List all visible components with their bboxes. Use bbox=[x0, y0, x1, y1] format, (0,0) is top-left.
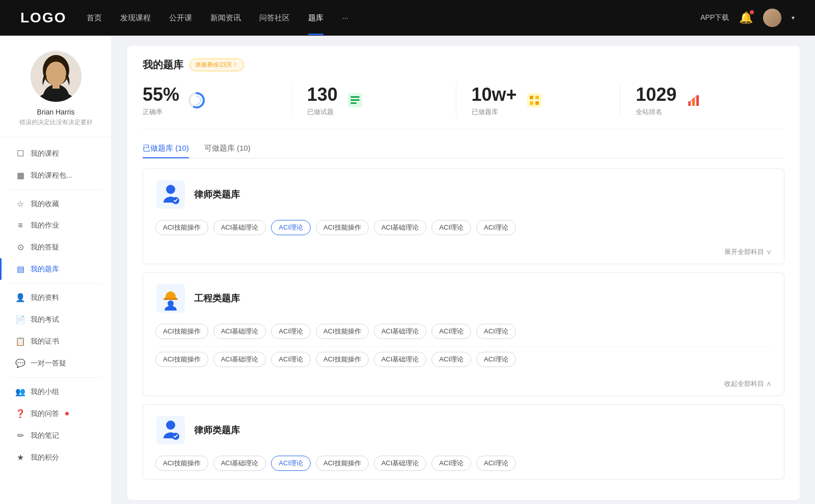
stat-accuracy-value: 55% bbox=[143, 84, 179, 105]
nav-link-news[interactable]: 新闻资讯 bbox=[210, 13, 241, 23]
app-download-button[interactable]: APP下载 bbox=[700, 13, 729, 22]
stats-row: 55% 正确率 130 已做试题 bbox=[143, 84, 784, 129]
svg-rect-9 bbox=[350, 99, 360, 101]
notification-dot bbox=[750, 10, 754, 14]
nav-link-questionbank[interactable]: 题库 bbox=[308, 13, 323, 23]
svg-rect-19 bbox=[156, 180, 185, 209]
tag-lawyer1-4[interactable]: ACI基础理论 bbox=[374, 220, 427, 235]
tag-eng-r2-4[interactable]: ACI基础理论 bbox=[374, 352, 427, 367]
qbank-section-lawyer2: 律师类题库 ACI技能操作 ACI基础理论 ACI理论 ACI技能操作 ACI基… bbox=[143, 404, 784, 480]
list-icon bbox=[345, 90, 365, 110]
page-header: 我的题库 体验剩余23天！ bbox=[143, 58, 784, 72]
tag-eng-r2-1[interactable]: ACI基础理论 bbox=[213, 352, 266, 367]
stat-rank-label: 全站排名 bbox=[636, 107, 676, 117]
questions-icon: ❓ bbox=[15, 409, 25, 418]
sidebar-item-groups[interactable]: 👥 我的小组 bbox=[0, 381, 112, 403]
logo: LOGO bbox=[20, 10, 66, 26]
tag-lawyer2-1[interactable]: ACI基础理论 bbox=[213, 456, 266, 471]
sidebar-item-homework[interactable]: ≡ 我的作业 bbox=[0, 215, 112, 236]
notes-icon: ✏ bbox=[15, 431, 25, 440]
sidebar-profile: Brian Harris 错误的决定比没有决定要好 bbox=[0, 46, 112, 137]
tag-lawyer2-3[interactable]: ACI技能操作 bbox=[316, 456, 369, 471]
qbank-title-lawyer2: 律师类题库 bbox=[194, 424, 240, 436]
sidebar-item-points[interactable]: ★ 我的积分 bbox=[0, 446, 112, 468]
sidebar-item-profile[interactable]: 👤 我的资料 bbox=[0, 287, 112, 309]
nav-link-opencourse[interactable]: 公开课 bbox=[169, 13, 192, 23]
sidebar-item-questions[interactable]: ❓ 我的问答 bbox=[0, 403, 112, 425]
stat-rank: 1029 全站排名 bbox=[620, 84, 784, 117]
tag-eng-r1-3[interactable]: ACI技能操作 bbox=[316, 324, 369, 339]
tag-lawyer1-2[interactable]: ACI理论 bbox=[271, 220, 311, 235]
notification-bell[interactable]: 🔔 bbox=[739, 11, 753, 24]
sidebar-item-one-on-one[interactable]: 💬 一对一答疑 bbox=[0, 352, 112, 374]
bar-chart-icon bbox=[684, 90, 704, 110]
nav-link-home[interactable]: 首页 bbox=[87, 13, 102, 23]
nav-link-qa[interactable]: 问答社区 bbox=[259, 13, 290, 23]
sidebar-item-qa[interactable]: ⊙ 我的答疑 bbox=[0, 236, 112, 258]
sidebar-slogan: 错误的决定比没有决定要好 bbox=[19, 118, 93, 127]
user-avatar[interactable] bbox=[763, 9, 781, 27]
qbank-section-lawyer1: 律师类题库 ACI技能操作 ACI基础理论 ACI理论 ACI技能操作 ACI基… bbox=[143, 169, 784, 264]
stat-rank-value: 1029 bbox=[636, 84, 676, 105]
sidebar-item-my-courses[interactable]: ☐ 我的课程 bbox=[0, 143, 112, 164]
tag-eng-r1-1[interactable]: ACI基础理论 bbox=[213, 324, 266, 339]
tag-eng-r2-5[interactable]: ACI理论 bbox=[431, 352, 471, 367]
homework-icon: ≡ bbox=[15, 221, 25, 230]
qbank-title-lawyer1: 律师类题库 bbox=[194, 188, 240, 201]
tag-lawyer2-4[interactable]: ACI基础理论 bbox=[374, 456, 427, 471]
tag-lawyer2-6[interactable]: ACI理论 bbox=[476, 456, 516, 471]
expand-lawyer1-button[interactable]: 展开全部科目 ∨ bbox=[724, 247, 772, 257]
tag-eng-r2-3[interactable]: ACI技能操作 bbox=[316, 352, 369, 367]
tag-lawyer1-6[interactable]: ACI理论 bbox=[476, 220, 516, 235]
tag-lawyer1-0[interactable]: ACI技能操作 bbox=[155, 220, 208, 235]
tag-lawyer2-5[interactable]: ACI理论 bbox=[431, 456, 471, 471]
tag-eng-r1-2[interactable]: ACI理论 bbox=[271, 324, 311, 339]
user-menu-chevron[interactable]: ▾ bbox=[792, 14, 795, 21]
svg-point-2 bbox=[46, 62, 66, 86]
points-icon: ★ bbox=[15, 453, 25, 462]
tag-eng-r2-0[interactable]: ACI技能操作 bbox=[155, 352, 208, 367]
sidebar-item-favorites[interactable]: ☆ 我的收藏 bbox=[0, 193, 112, 215]
collapse-engineer-button[interactable]: 收起全部科目 ∧ bbox=[724, 379, 772, 388]
sidebar-item-certificates[interactable]: 📋 我的证书 bbox=[0, 330, 112, 352]
one-on-one-icon: 💬 bbox=[15, 358, 25, 368]
qbank-tags-engineer-row2: ACI技能操作 ACI基础理论 ACI理论 ACI技能操作 ACI基础理论 AC… bbox=[155, 346, 772, 367]
tab-available[interactable]: 可做题库 (10) bbox=[204, 139, 251, 158]
nav-link-more[interactable]: ··· bbox=[342, 13, 348, 23]
stat-done-questions-label: 已做试题 bbox=[307, 107, 338, 117]
tag-eng-r1-5[interactable]: ACI理论 bbox=[431, 324, 471, 339]
svg-rect-11 bbox=[527, 93, 541, 107]
questionbank-card: 我的题库 体验剩余23天！ 55% 正确率 bbox=[127, 46, 800, 500]
tag-lawyer1-1[interactable]: ACI基础理论 bbox=[213, 220, 266, 235]
tag-lawyer2-2[interactable]: ACI理论 bbox=[271, 456, 311, 471]
tag-lawyer1-5[interactable]: ACI理论 bbox=[431, 220, 471, 235]
tag-eng-r2-6[interactable]: ACI理论 bbox=[476, 352, 516, 367]
qa-icon: ⊙ bbox=[15, 242, 25, 252]
svg-rect-14 bbox=[530, 101, 533, 105]
sidebar-item-exams[interactable]: 📄 我的考试 bbox=[0, 309, 112, 330]
tag-eng-r1-6[interactable]: ACI理论 bbox=[476, 324, 516, 339]
qbank-section-engineer: 工程类题库 ACI技能操作 ACI基础理论 ACI理论 ACI技能操作 ACI基… bbox=[143, 272, 784, 396]
tab-done[interactable]: 已做题库 (10) bbox=[143, 139, 189, 158]
sidebar-item-notes[interactable]: ✏ 我的笔记 bbox=[0, 425, 112, 446]
tag-lawyer1-3[interactable]: ACI技能操作 bbox=[316, 220, 369, 235]
tag-eng-r1-0[interactable]: ACI技能操作 bbox=[155, 324, 208, 339]
sidebar-item-questionbank[interactable]: ▤ 我的题库 bbox=[0, 258, 112, 280]
certificates-icon: 📋 bbox=[15, 337, 25, 346]
sidebar-item-course-package[interactable]: ▦ 我的课程包... bbox=[0, 164, 112, 186]
stat-accuracy-label: 正确率 bbox=[143, 107, 179, 117]
stat-done-questions: 130 已做试题 bbox=[292, 84, 456, 117]
divider-2 bbox=[10, 283, 101, 284]
qbank-tags-engineer-row1: ACI技能操作 ACI基础理论 ACI理论 ACI技能操作 ACI基础理论 AC… bbox=[143, 324, 784, 375]
tag-eng-r1-4[interactable]: ACI基础理论 bbox=[374, 324, 427, 339]
tag-lawyer2-0[interactable]: ACI技能操作 bbox=[155, 456, 208, 471]
stat-done-questions-value: 130 bbox=[307, 84, 338, 105]
profile-icon: 👤 bbox=[15, 293, 25, 302]
grid-icon bbox=[524, 90, 545, 110]
tag-eng-r2-2[interactable]: ACI理论 bbox=[271, 352, 311, 367]
favorites-icon: ☆ bbox=[15, 199, 25, 209]
svg-rect-18 bbox=[696, 95, 699, 106]
sidebar: Brian Harris 错误的决定比没有决定要好 ☐ 我的课程 ▦ 我的课程包… bbox=[0, 36, 112, 504]
nav-link-discover[interactable]: 发现课程 bbox=[120, 13, 151, 23]
questionbank-icon: ▤ bbox=[15, 264, 25, 274]
